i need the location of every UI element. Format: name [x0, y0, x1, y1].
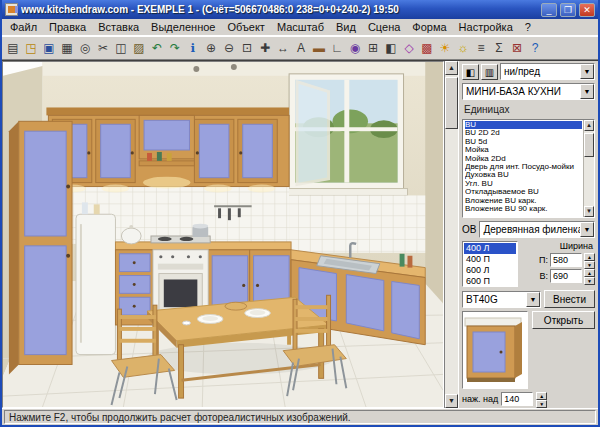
- w-label: П:: [539, 255, 548, 265]
- zoom-window-icon[interactable]: ⊡: [238, 38, 256, 58]
- chevron-down-icon[interactable]: ▼: [580, 64, 594, 79]
- chevron-down-icon[interactable]: ▼: [526, 292, 540, 307]
- dimensions-panel: Ширина П: ▲▼ В: ▲▼: [521, 241, 595, 283]
- model-select[interactable]: BT40G ▼: [462, 291, 541, 308]
- size-option[interactable]: 400 Л: [464, 243, 516, 254]
- info-icon[interactable]: ℹ: [184, 38, 202, 58]
- redo-icon[interactable]: ↷: [166, 38, 184, 58]
- catalog-list-item[interactable]: [465, 213, 582, 218]
- scroll-thumb[interactable]: [445, 77, 458, 129]
- pan-icon[interactable]: ✚: [256, 38, 274, 58]
- scroll-up-icon[interactable]: ▲: [445, 61, 458, 75]
- scroll-thumb[interactable]: [584, 133, 594, 157]
- kitchen-render: [3, 62, 443, 407]
- paste-icon[interactable]: ▨: [130, 38, 148, 58]
- zoom-in-icon[interactable]: ⊕: [202, 38, 220, 58]
- plan-view-icon[interactable]: ⊞: [364, 38, 382, 58]
- view-mode-select[interactable]: ни/пред ▼: [500, 63, 595, 80]
- scroll-up-icon[interactable]: ▲: [584, 120, 594, 131]
- scroll-down-icon[interactable]: ▼: [445, 394, 458, 408]
- elevation-view-icon[interactable]: ◧: [382, 38, 400, 58]
- menu-item[interactable]: Форма: [406, 20, 452, 34]
- width-input[interactable]: [550, 253, 582, 267]
- insert-button[interactable]: Внести: [544, 290, 595, 308]
- zoom-out-icon[interactable]: ⊖: [220, 38, 238, 58]
- measure-icon[interactable]: ↔: [274, 38, 292, 58]
- menu-item[interactable]: ?: [519, 20, 537, 34]
- titlebar[interactable]: www.kitchendraw.com - EXEMPLE 1 - (Счёт=…: [2, 0, 598, 19]
- handle-stepper[interactable]: ▲▼: [536, 392, 547, 406]
- text-icon[interactable]: A: [292, 38, 310, 58]
- menu-item[interactable]: Файл: [4, 20, 43, 34]
- canvas-vscrollbar[interactable]: ▲ ▼: [444, 61, 458, 408]
- list-scrollbar[interactable]: ▲ ▼: [583, 120, 594, 217]
- catalog-list-item[interactable]: Духовка BU: [465, 171, 582, 179]
- help-icon[interactable]: ?: [526, 38, 544, 58]
- size-option[interactable]: 400 П: [464, 254, 516, 265]
- catalog-list-item[interactable]: BU 5d: [465, 138, 582, 146]
- handle-height-input[interactable]: [501, 392, 533, 406]
- save-icon[interactable]: ▣: [40, 38, 58, 58]
- app-window: www.kitchendraw.com - EXEMPLE 1 - (Счёт=…: [0, 0, 600, 427]
- copy-icon[interactable]: ◫: [112, 38, 130, 58]
- chevron-down-icon[interactable]: ▼: [580, 222, 594, 237]
- menu-item[interactable]: Масштаб: [271, 20, 330, 34]
- preview-icon[interactable]: ◎: [76, 38, 94, 58]
- settings-icon[interactable]: ⊠: [508, 38, 526, 58]
- window-view: [285, 74, 407, 196]
- cut-icon[interactable]: ✂: [94, 38, 112, 58]
- chevron-down-icon[interactable]: ▼: [580, 84, 594, 99]
- upper-cabinets: [46, 107, 289, 192]
- camera-icon[interactable]: ◉: [346, 38, 364, 58]
- lamp-icon[interactable]: ☼: [454, 38, 472, 58]
- catalog-list-item[interactable]: Угл. BU: [465, 180, 582, 188]
- catalog-icon[interactable]: ≡: [472, 38, 490, 58]
- catalog-list-item[interactable]: Вложение BU карк.: [465, 197, 582, 205]
- dimension-icon[interactable]: ∟: [328, 38, 346, 58]
- menu-item[interactable]: Выделенное: [145, 20, 221, 34]
- close-button[interactable]: ✕: [579, 3, 595, 17]
- render-icon[interactable]: ▩: [418, 38, 436, 58]
- minimize-button[interactable]: _: [541, 3, 557, 17]
- h-label: В:: [539, 271, 548, 281]
- price-icon[interactable]: Σ: [490, 38, 508, 58]
- catalog-list-item[interactable]: Вложение BU 90 карк.: [465, 205, 582, 213]
- wall-icon[interactable]: ▬: [310, 38, 328, 58]
- open-icon[interactable]: ◳: [22, 38, 40, 58]
- menubar: ФайлПравкаВставкаВыделенноеОбъектМасштаб…: [2, 19, 598, 36]
- catalog-list-item[interactable]: BU 2D 2d: [465, 129, 582, 137]
- catalog-list[interactable]: ▲ ▼ BUBU 2D 2dBU 5dМойкаМойка 2DdДверь д…: [462, 119, 595, 218]
- catalog-list-item[interactable]: Мойка: [465, 146, 582, 154]
- scroll-down-icon[interactable]: ▼: [584, 206, 594, 217]
- width-stepper[interactable]: ▲▼: [584, 253, 595, 267]
- status-text: Нажмите F2, чтобы продолжить расчет фото…: [4, 410, 596, 424]
- height-stepper[interactable]: ▲▼: [584, 269, 595, 283]
- catalog-list-item[interactable]: BU: [465, 121, 582, 129]
- sidebar-mode-row: ◧ ▥ ни/пред ▼: [462, 63, 595, 80]
- open-button[interactable]: Открыть: [532, 311, 595, 329]
- size-option[interactable]: 600 Л: [464, 265, 516, 276]
- size-list[interactable]: 400 Л400 П600 Л600 П: [462, 241, 518, 287]
- undo-icon[interactable]: ↶: [148, 38, 166, 58]
- catalog-select[interactable]: МИНИ-БАЗА КУХНИ ▼: [462, 83, 595, 100]
- catalog-list-item[interactable]: Мойка 2Dd: [465, 155, 582, 163]
- menu-item[interactable]: Объект: [221, 20, 270, 34]
- menu-item[interactable]: Настройка: [453, 20, 519, 34]
- menu-item[interactable]: Сцена: [362, 20, 406, 34]
- print-icon[interactable]: ▦: [58, 38, 76, 58]
- menu-item[interactable]: Вид: [330, 20, 362, 34]
- perspective-view-icon[interactable]: ◇: [400, 38, 418, 58]
- height-input[interactable]: [550, 269, 582, 283]
- sun-icon[interactable]: ☀: [436, 38, 454, 58]
- new-icon[interactable]: ▤: [4, 38, 22, 58]
- render-canvas[interactable]: [2, 61, 444, 408]
- finish-select[interactable]: Деревянная филенка ▼: [479, 221, 595, 238]
- placement-mode-icon[interactable]: ◧: [462, 64, 479, 80]
- menu-item[interactable]: Правка: [43, 20, 92, 34]
- size-option[interactable]: 600 П: [464, 276, 516, 287]
- catalog-list-item[interactable]: Дверь для инт. Посудо-мойки: [465, 163, 582, 171]
- objects-mode-icon[interactable]: ▥: [481, 64, 498, 80]
- menu-item[interactable]: Вставка: [92, 20, 145, 34]
- catalog-list-item[interactable]: Откладываемое BU: [465, 188, 582, 196]
- maximize-button[interactable]: ❐: [560, 3, 576, 17]
